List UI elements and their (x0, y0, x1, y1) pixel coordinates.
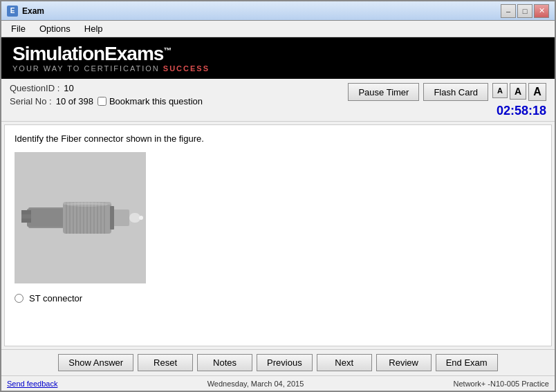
font-size-controls: A A A (492, 83, 546, 101)
status-exam: Network+ -N10-005 Practice (454, 380, 549, 388)
title-bar: E Exam – □ ✕ (1, 1, 555, 21)
svg-rect-20 (110, 206, 114, 230)
font-medium-button[interactable]: A (510, 83, 526, 100)
bookmark-checkbox[interactable] (98, 97, 106, 106)
question-id-value: 10 (64, 83, 73, 93)
menu-help[interactable]: Help (77, 22, 110, 35)
bookmark-area: Bookmark this question (98, 96, 203, 106)
menu-file[interactable]: File (4, 22, 33, 35)
serial-row: Serial No : 10 of 398 Bookmark this ques… (10, 96, 348, 106)
maximize-button[interactable]: □ (517, 4, 532, 18)
bottom-bar: Show Answer Reset Notes Previous Next Re… (1, 349, 555, 375)
font-small-button[interactable]: A (492, 83, 508, 98)
flash-card-button[interactable]: Flash Card (423, 83, 488, 101)
header-controls: Pause Timer Flash Card A A A 02:58:18 (348, 83, 546, 118)
question-id-label: QuestionID : (10, 83, 59, 93)
top-buttons: Pause Timer Flash Card A A A (348, 83, 546, 101)
svg-rect-17 (129, 213, 140, 223)
serial-value: 10 of 398 (56, 96, 93, 106)
font-large-button[interactable]: A (528, 83, 546, 101)
close-button[interactable]: ✕ (534, 4, 549, 18)
pause-timer-button[interactable]: Pause Timer (348, 83, 419, 101)
previous-button[interactable]: Previous (257, 354, 313, 371)
question-image (15, 152, 146, 283)
window-title: Exam (22, 6, 501, 16)
svg-rect-22 (21, 214, 31, 218)
svg-rect-23 (21, 218, 31, 223)
question-header: QuestionID : 10 Serial No : 10 of 398 Bo… (1, 79, 555, 122)
banner: SimulationExams™ YOUR WAY TO CERTIFICATI… (1, 37, 555, 79)
banner-subtitle: YOUR WAY TO CERTIFICATION SUCCESS (12, 64, 210, 73)
reset-button[interactable]: Reset (138, 354, 193, 371)
next-button[interactable]: Next (317, 354, 372, 371)
question-content[interactable]: Identify the Fiber connector shown in th… (4, 124, 552, 346)
question-content-wrapper: Identify the Fiber connector shown in th… (1, 122, 555, 349)
send-feedback-link[interactable]: Send feedback (7, 380, 57, 388)
svg-rect-18 (139, 216, 143, 220)
question-meta: QuestionID : 10 Serial No : 10 of 398 Bo… (10, 83, 348, 106)
status-bar: Send feedback Wednesday, March 04, 2015 … (1, 375, 555, 391)
menu-options[interactable]: Options (33, 22, 77, 35)
question-id-row: QuestionID : 10 (10, 83, 348, 93)
review-button[interactable]: Review (376, 354, 432, 371)
answer-radio-1[interactable] (15, 294, 24, 303)
status-date: Wednesday, March 04, 2015 (57, 380, 453, 388)
serial-label: Serial No : (10, 96, 52, 106)
svg-rect-21 (21, 210, 31, 214)
show-answer-button[interactable]: Show Answer (58, 354, 133, 371)
notes-button[interactable]: Notes (197, 354, 252, 371)
answer-option-1: ST connector (15, 293, 541, 304)
main-window: E Exam – □ ✕ File Options Help Simulatio… (0, 0, 556, 392)
app-icon: E (7, 6, 18, 17)
answer-label-1: ST connector (29, 293, 82, 304)
brand-name: SimulationExams™ (12, 44, 171, 65)
question-text: Identify the Fiber connector shown in th… (15, 133, 541, 144)
svg-point-24 (66, 203, 108, 207)
menu-bar: File Options Help (1, 21, 555, 37)
timer-display: 02:58:18 (497, 104, 546, 118)
minimize-button[interactable]: – (501, 4, 516, 18)
window-controls: – □ ✕ (501, 4, 549, 18)
end-exam-button[interactable]: End Exam (436, 354, 498, 371)
bookmark-label: Bookmark this question (109, 96, 203, 106)
